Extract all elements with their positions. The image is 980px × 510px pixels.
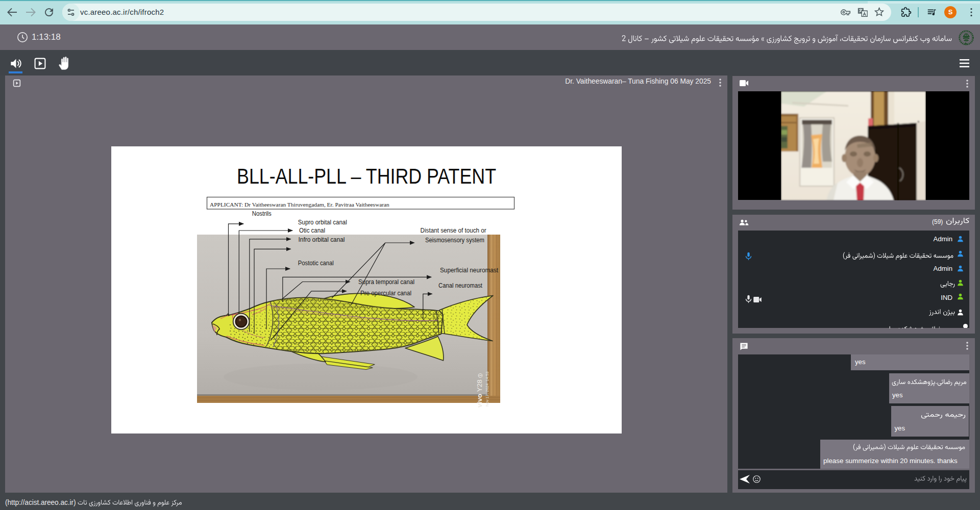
- svg-text:Infro orbital canal: Infro orbital canal: [299, 236, 345, 243]
- svg-text:Distant sense of touch or: Distant sense of touch or: [421, 227, 486, 234]
- svg-text:Otic canal: Otic canal: [299, 227, 325, 234]
- svg-text:vivo Y28 ⓘ: vivo Y28 ⓘ: [476, 373, 483, 407]
- svg-text:Canal neuromast: Canal neuromast: [438, 282, 482, 289]
- svg-text:Supra temporal canal: Supra temporal canal: [358, 278, 414, 286]
- svg-text:APPLICANT: Dr Vaitheeswaran Th: APPLICANT: Dr Vaitheeswaran Thiruvengada…: [210, 201, 389, 208]
- svg-text:Supro orbital canal: Supro orbital canal: [298, 219, 347, 226]
- svg-text:Nov 17, 2024 14:53: Nov 17, 2024 14:53: [485, 372, 489, 406]
- svg-text:Seismosensory system: Seismosensory system: [425, 237, 484, 244]
- svg-text:BLL-ALL-PLL – THIRD PATENT: BLL-ALL-PLL – THIRD PATENT: [237, 164, 496, 188]
- svg-text:Postotic canal: Postotic canal: [298, 260, 334, 267]
- svg-text:Pre opercular canal: Pre opercular canal: [360, 290, 411, 297]
- svg-text:Superficial neuromast: Superficial neuromast: [440, 267, 498, 274]
- svg-text:Nostrils: Nostrils: [252, 210, 272, 217]
